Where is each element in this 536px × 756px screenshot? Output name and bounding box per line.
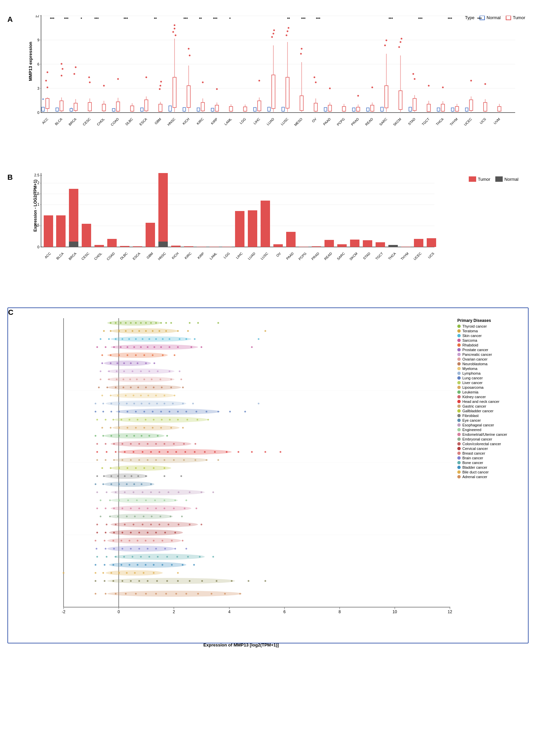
svg-point-476 [118, 411, 120, 413]
legend-item-label: Engineered [462, 428, 481, 432]
svg-point-736 [153, 572, 155, 574]
panel-a-y-label: MMP13 expression [28, 42, 33, 81]
svg-rect-190 [413, 98, 416, 111]
legend-item-label: Lung cancer [462, 376, 483, 380]
svg-point-181 [384, 45, 386, 46]
svg-rect-78 [145, 100, 148, 111]
svg-point-758 [122, 580, 123, 582]
svg-point-433 [181, 379, 182, 380]
svg-point-382 [133, 346, 135, 348]
svg-point-355 [159, 330, 160, 332]
svg-point-688 [182, 540, 184, 542]
svg-point-744 [135, 593, 137, 595]
svg-point-371 [169, 338, 170, 340]
svg-point-698 [164, 548, 166, 550]
svg-point-96 [174, 25, 176, 26]
svg-point-550 [176, 451, 177, 453]
svg-point-374 [194, 338, 196, 340]
svg-point-57 [74, 73, 75, 75]
svg-point-453 [148, 395, 149, 396]
svg-point-444 [170, 387, 172, 388]
svg-point-412 [100, 371, 102, 372]
svg-point-518 [103, 435, 104, 437]
svg-rect-177 [385, 86, 388, 108]
svg-point-641 [196, 508, 197, 509]
svg-point-168 [357, 95, 359, 97]
svg-point-716 [95, 564, 97, 566]
svg-text:CESC: CESC [81, 252, 90, 261]
bar-esca-tumor [133, 246, 142, 247]
svg-point-395 [118, 354, 120, 356]
panel-c-x-label: Expression of MMP13 [log2(TPM+1)] [203, 642, 279, 647]
svg-point-362 [108, 338, 110, 340]
svg-point-531 [122, 443, 123, 445]
bar-luad-tumor [248, 210, 257, 247]
svg-point-456 [174, 395, 176, 396]
svg-point-511 [144, 427, 145, 429]
svg-point-588 [117, 475, 119, 477]
svg-point-340 [160, 322, 162, 324]
svg-point-357 [177, 330, 179, 332]
svg-point-714 [213, 556, 214, 558]
svg-point-680 [113, 540, 114, 542]
svg-rect-201 [441, 104, 445, 111]
legend-item-label: Kidney cancer [462, 395, 486, 399]
svg-point-673 [147, 532, 149, 534]
svg-rect-205 [451, 108, 454, 111]
svg-point-504 [207, 419, 209, 421]
legend-color-dot [457, 343, 461, 347]
svg-point-410 [154, 363, 155, 364]
svg-point-650 [160, 516, 161, 517]
legend-color-dot [457, 428, 461, 431]
svg-point-677 [107, 538, 181, 544]
svg-point-461 [118, 403, 120, 405]
svg-text:STAD: STAD [362, 252, 371, 260]
svg-text:BRCA: BRCA [68, 251, 77, 261]
svg-point-664 [189, 524, 191, 526]
svg-point-339 [155, 322, 157, 324]
svg-point-391 [251, 346, 253, 348]
legend-item-label: Bone cancer [462, 461, 483, 465]
legend-color-dot [457, 414, 461, 417]
svg-point-558 [265, 451, 266, 453]
svg-point-398 [144, 354, 145, 356]
svg-rect-149 [314, 103, 317, 111]
svg-point-671 [130, 532, 132, 534]
legend-normal-b: Normal [495, 176, 519, 182]
svg-point-335 [135, 322, 137, 324]
svg-point-565 [130, 459, 132, 461]
svg-point-578 [118, 467, 120, 469]
svg-text:UCEC: UCEC [463, 117, 473, 127]
svg-text:TGCT: TGCT [421, 117, 430, 126]
svg-point-94 [173, 31, 174, 33]
svg-point-363 [115, 338, 117, 340]
bar-laml-tumor [209, 247, 219, 247]
legend-color-dot [457, 386, 461, 389]
svg-point-439 [130, 387, 132, 388]
svg-point-726 [182, 564, 184, 566]
legend-item-label: Bile duct cancer [462, 470, 489, 474]
svg-text:***: *** [448, 17, 453, 21]
svg-point-635 [139, 508, 140, 509]
legend-color-dot [457, 390, 461, 394]
svg-point-620 [109, 500, 111, 501]
svg-point-729 [95, 572, 97, 574]
legend-item-label: Fibroblast [462, 414, 478, 418]
svg-text:OV: OV [311, 117, 317, 123]
legend-item-label: Rhabdoid [462, 343, 478, 347]
svg-point-522 [133, 435, 135, 437]
svg-point-441 [145, 387, 147, 388]
panel-a-chart: 0 3 6 9 12 *** [31, 15, 515, 129]
svg-text:0: 0 [37, 245, 39, 249]
panel-c-legend-title: Primary Diseases [457, 318, 526, 323]
svg-point-426 [123, 379, 124, 380]
svg-point-696 [147, 548, 149, 550]
svg-rect-58 [88, 102, 91, 111]
svg-point-727 [193, 564, 195, 566]
legend-color-dot [457, 381, 461, 384]
svg-point-219 [485, 83, 486, 85]
svg-text:12: 12 [448, 610, 452, 614]
svg-point-734 [134, 572, 136, 574]
svg-point-379 [113, 346, 115, 348]
panel-a-label: A [7, 15, 13, 24]
